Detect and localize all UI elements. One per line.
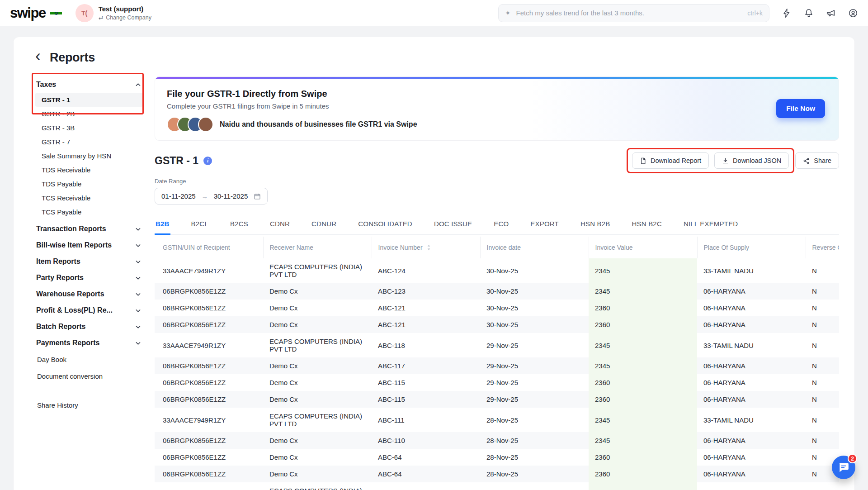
table-row: 06BRGPK0856E1ZZDemo CxABC-11028-Nov-2523…	[155, 432, 839, 449]
date-from-value[interactable]: 01-11-2025	[161, 192, 196, 200]
tab-cdnr[interactable]: CDNR	[269, 215, 291, 234]
sidebar-item-day-book[interactable]: Day Book	[35, 351, 143, 368]
sidebar-item-tds-payable[interactable]: TDS Payable	[35, 177, 143, 191]
table-header-row: GSTIN/UIN of RecipientReceiver NameInvoi…	[155, 237, 839, 258]
swap-icon: ⇄	[99, 14, 103, 21]
tab-b2cs[interactable]: B2CS	[229, 215, 249, 234]
sidebar-section-taxes[interactable]: Taxes	[35, 76, 143, 93]
cell-reverse-charge	[806, 482, 839, 490]
sidebar-item-document-conversion[interactable]: Document conversion	[35, 368, 143, 385]
table-row: 06BRGPK0856E1ZZDemo CxABC-12130-Nov-2523…	[155, 300, 839, 316]
date-range-label: Date Range	[155, 178, 839, 185]
cell-receiver-name: Demo Cx	[263, 316, 372, 333]
tab-cdnur[interactable]: CDNUR	[311, 215, 337, 234]
page-title: Reports	[50, 51, 95, 65]
global-search-field[interactable]: ✦ ctrl+k	[498, 4, 769, 22]
company-name: Test (support)	[99, 5, 151, 13]
banner-title: File your GSTR-1 Directly from Swipe	[167, 89, 827, 99]
cell-invoice-value: 2360	[589, 374, 697, 391]
sidebar-item-gstr-2b[interactable]: GSTR - 2B	[35, 107, 143, 121]
cell-invoice-date: 28-Nov-25	[480, 408, 589, 432]
sidebar-section-bill-wise-item-reports-label: Bill-wise Item Reports	[36, 241, 112, 249]
column-header-place-of-supply: Place Of Supply	[697, 237, 806, 258]
cell-place-of-supply: 33-TAMIL NADU	[697, 333, 806, 357]
sidebar-item-tds-receivable[interactable]: TDS Receivable	[35, 163, 143, 177]
sidebar-section-transaction-reports-label: Transaction Reports	[36, 225, 106, 233]
file-icon	[640, 157, 646, 164]
sidebar-section-party-reports-label: Party Reports	[36, 274, 84, 282]
tab-consolidated[interactable]: CONSOLIDATED	[357, 215, 413, 234]
sidebar-section-warehouse-reports-label: Warehouse Reports	[36, 290, 104, 298]
cell-receiver-name: Demo Cx	[263, 466, 372, 482]
tab-nill-exempted[interactable]: NILL EXEMPTED	[683, 215, 739, 234]
date-to-value[interactable]: 30-11-2025	[214, 192, 248, 200]
cell-gstin-uin-of-recipient: 06BRGPK0856E1ZZ	[155, 283, 263, 300]
table-row: 33AAACE7949R1ZYECAPS COMPUTERS (INDIA) P…	[155, 333, 839, 357]
sort-icon[interactable]	[426, 244, 431, 251]
column-header-invoice-number[interactable]: Invoice Number	[372, 237, 480, 258]
info-icon[interactable]: i	[203, 157, 212, 165]
cell-gstin-uin-of-recipient: 06BRGPK0856E1ZZ	[155, 357, 263, 374]
sidebar-section-party-reports[interactable]: Party Reports	[35, 270, 143, 286]
user-profile-icon[interactable]	[848, 8, 858, 18]
file-now-button[interactable]: File Now	[776, 99, 825, 118]
tab-b2cl[interactable]: B2CL	[190, 215, 209, 234]
chat-launcher-button[interactable]: 2	[832, 456, 855, 479]
sidebar-section-bill-wise-item-reports[interactable]: Bill-wise Item Reports	[35, 237, 143, 253]
cell-invoice-number: ABC-115	[372, 391, 480, 408]
sidebar-section-transaction-reports[interactable]: Transaction Reports	[35, 221, 143, 237]
notifications-bell-icon[interactable]	[804, 8, 814, 18]
sidebar-section-batch-reports[interactable]: Batch Reports	[35, 319, 143, 335]
cell-invoice-date: 28-Nov-25	[480, 449, 589, 466]
table-row: 06BRGPK0856E1ZZDemo CxABC-11529-Nov-2523…	[155, 374, 839, 391]
cell-receiver-name: Demo Cx	[263, 432, 372, 449]
date-range-picker[interactable]: 01-11-2025 → 30-11-2025	[155, 188, 268, 205]
cell-invoice-number	[372, 482, 480, 490]
global-search-input[interactable]	[515, 9, 743, 17]
lightning-icon[interactable]	[782, 8, 792, 18]
sidebar-section-item-reports[interactable]: Item Reports	[35, 253, 143, 270]
sidebar-item-share-history[interactable]: Share History	[35, 397, 143, 414]
chevron-up-icon	[135, 82, 141, 88]
table-row: 33AAACE7949R1ZYECAPS COMPUTERS (INDIA) P…	[155, 408, 839, 432]
sidebar-item-tcs-receivable[interactable]: TCS Receivable	[35, 191, 143, 205]
sidebar-section-profit-loss-pl-re[interactable]: Profit & Loss(PL) Re...	[35, 302, 143, 319]
cell-place-of-supply: 06-HARYANA	[697, 357, 806, 374]
back-button[interactable]: ‹	[35, 50, 41, 63]
chevron-down-icon	[135, 291, 141, 297]
table-row: 06BRGPK0856E1ZZDemo CxABC-12130-Nov-2523…	[155, 316, 839, 333]
change-company-button[interactable]: ⇄ Change Company	[99, 14, 151, 21]
cell-invoice-date: 30-Nov-25	[480, 283, 589, 300]
sidebar-item-tcs-payable[interactable]: TCS Payable	[35, 205, 143, 219]
cell-invoice-number: ABC-115	[372, 374, 480, 391]
tab-hsn-b2c[interactable]: HSN B2C	[631, 215, 663, 234]
column-header-receiver-name: Receiver Name	[263, 237, 372, 258]
sidebar-section-payments-reports[interactable]: Payments Reports	[35, 335, 143, 351]
sidebar-section-item-reports-label: Item Reports	[36, 257, 80, 266]
chat-bubble-icon	[838, 461, 849, 473]
cell-receiver-name: Demo Cx	[263, 283, 372, 300]
download-json-button[interactable]: Download JSON	[714, 152, 789, 169]
swipe-logo-text: swipe	[10, 5, 46, 21]
tab-doc-issue[interactable]: DOC ISSUE	[433, 215, 473, 234]
calendar-icon[interactable]	[254, 193, 261, 200]
download-report-button[interactable]: Download Report	[632, 152, 709, 169]
company-avatar[interactable]: T(	[75, 4, 94, 22]
sidebar-item-gstr-3b[interactable]: GSTR - 3B	[35, 121, 143, 135]
cell-invoice-date: 30-Nov-25	[480, 300, 589, 316]
tab-export[interactable]: EXPORT	[529, 215, 560, 234]
sidebar-item-gstr-1[interactable]: GSTR - 1	[35, 93, 143, 107]
tab-hsn-b2b[interactable]: HSN B2B	[580, 215, 611, 234]
swipe-logo[interactable]: swipe	[10, 5, 62, 21]
sidebar-item-gstr-7[interactable]: GSTR - 7	[35, 135, 143, 149]
cell-reverse-charge: N	[806, 408, 839, 432]
sidebar-section-warehouse-reports[interactable]: Warehouse Reports	[35, 286, 143, 302]
announcements-megaphone-icon[interactable]	[826, 8, 836, 18]
cell-receiver-name: ECAPS COMPUTERS (INDIA) PVT LTD	[263, 333, 372, 357]
tab-eco[interactable]: ECO	[493, 215, 509, 234]
share-button[interactable]: Share	[795, 152, 839, 169]
tab-b2b[interactable]: B2B	[155, 215, 170, 235]
banner-social-proof: Naidu and thousands of businesses file G…	[220, 120, 417, 128]
sidebar-item-sale-summary-by-hsn[interactable]: Sale Summary by HSN	[35, 149, 143, 163]
cell-gstin-uin-of-recipient: 33AAACE7949R1ZY	[155, 333, 263, 357]
